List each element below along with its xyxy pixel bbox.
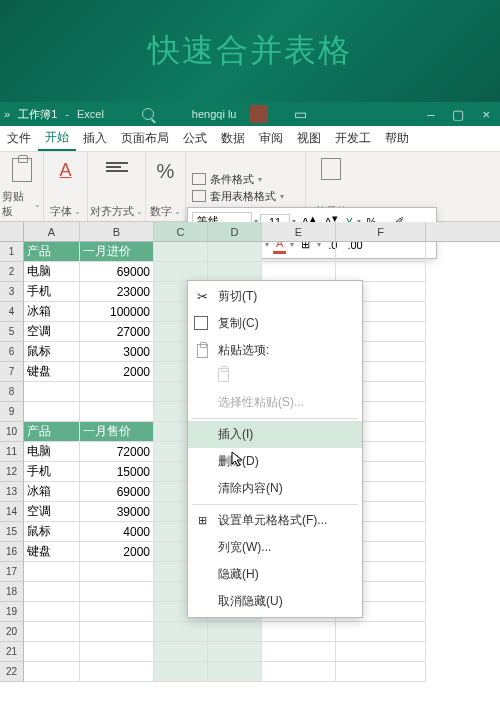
cell[interactable]: 15000 [80, 462, 154, 482]
menu-col-width[interactable]: 列宽(W)... [188, 534, 362, 561]
cell[interactable]: 空调 [24, 502, 80, 522]
cell[interactable]: 一月进价 [80, 242, 154, 262]
font-icon[interactable]: A [59, 160, 71, 181]
ribbon-options-icon[interactable]: ▭ [294, 106, 307, 122]
cell[interactable] [336, 242, 426, 262]
row-header[interactable]: 19 [0, 602, 24, 622]
cell[interactable]: 72000 [80, 442, 154, 462]
col-header-F[interactable]: F [336, 222, 426, 241]
row-header[interactable]: 3 [0, 282, 24, 302]
search-icon[interactable] [142, 108, 154, 120]
cell[interactable]: 手机 [24, 282, 80, 302]
cell[interactable] [336, 662, 426, 682]
menu-delete[interactable]: 删除(D) [188, 448, 362, 475]
row-header[interactable]: 14 [0, 502, 24, 522]
menu-unhide[interactable]: 取消隐藏(U) [188, 588, 362, 615]
avatar[interactable] [250, 105, 268, 123]
cell[interactable] [154, 242, 208, 262]
table-format-button[interactable]: 套用表格格式▾ [192, 188, 284, 205]
tab-dev[interactable]: 开发工 [328, 126, 378, 151]
cell[interactable] [208, 642, 262, 662]
menu-paste-options[interactable]: 粘贴选项: [188, 337, 362, 364]
row-header[interactable]: 2 [0, 262, 24, 282]
tab-review[interactable]: 审阅 [252, 126, 290, 151]
row-header[interactable]: 8 [0, 382, 24, 402]
cell[interactable] [24, 562, 80, 582]
cell[interactable] [24, 622, 80, 642]
row-header[interactable]: 17 [0, 562, 24, 582]
row-header[interactable]: 20 [0, 622, 24, 642]
row-header[interactable]: 11 [0, 442, 24, 462]
align-icon[interactable] [106, 162, 128, 180]
tab-view[interactable]: 视图 [290, 126, 328, 151]
cell[interactable]: 一月售价 [80, 422, 154, 442]
cell[interactable] [208, 662, 262, 682]
cell[interactable] [208, 242, 262, 262]
user-name[interactable]: hengqi lu [192, 108, 237, 120]
cell[interactable] [336, 622, 426, 642]
tab-data[interactable]: 数据 [214, 126, 252, 151]
cell[interactable] [262, 662, 336, 682]
cell[interactable]: 电脑 [24, 442, 80, 462]
cell[interactable]: 产品 [24, 242, 80, 262]
row-header[interactable]: 4 [0, 302, 24, 322]
tab-home[interactable]: 开始 [38, 126, 76, 151]
cell[interactable]: 23000 [80, 282, 154, 302]
row-header[interactable]: 21 [0, 642, 24, 662]
cell[interactable] [80, 402, 154, 422]
close-button[interactable]: × [482, 107, 490, 122]
cells-icon[interactable] [321, 158, 341, 180]
cell[interactable] [262, 642, 336, 662]
cell[interactable] [24, 642, 80, 662]
cell[interactable] [208, 262, 262, 282]
cell[interactable]: 产品 [24, 422, 80, 442]
tab-file[interactable]: 文件 [0, 126, 38, 151]
cell[interactable]: 鼠标 [24, 342, 80, 362]
expand-icon[interactable]: » [4, 108, 10, 120]
row-header[interactable]: 22 [0, 662, 24, 682]
paste-icon[interactable] [12, 158, 32, 182]
col-header-C[interactable]: C [154, 222, 208, 241]
col-header-E[interactable]: E [262, 222, 336, 241]
cell[interactable] [24, 662, 80, 682]
cell[interactable]: 冰箱 [24, 482, 80, 502]
row-header[interactable]: 1 [0, 242, 24, 262]
cell[interactable] [262, 262, 336, 282]
tab-layout[interactable]: 页面布局 [114, 126, 176, 151]
col-header-A[interactable]: A [24, 222, 80, 241]
menu-clear[interactable]: 清除内容(N) [188, 475, 362, 502]
cell[interactable] [262, 622, 336, 642]
cell[interactable] [154, 622, 208, 642]
row-header[interactable]: 18 [0, 582, 24, 602]
cell[interactable] [24, 382, 80, 402]
col-header-D[interactable]: D [208, 222, 262, 241]
row-header[interactable]: 9 [0, 402, 24, 422]
cell[interactable]: 69000 [80, 482, 154, 502]
tab-insert[interactable]: 插入 [76, 126, 114, 151]
cell[interactable]: 键盘 [24, 362, 80, 382]
row-header[interactable]: 10 [0, 422, 24, 442]
minimize-button[interactable]: – [427, 107, 434, 122]
row-header[interactable]: 15 [0, 522, 24, 542]
menu-insert[interactable]: 插入(I) [188, 421, 362, 448]
cell[interactable]: 39000 [80, 502, 154, 522]
menu-cut[interactable]: ✂剪切(T) [188, 283, 362, 310]
cell[interactable]: 2000 [80, 362, 154, 382]
cell[interactable]: 2000 [80, 542, 154, 562]
tab-formula[interactable]: 公式 [176, 126, 214, 151]
menu-hide[interactable]: 隐藏(H) [188, 561, 362, 588]
cell[interactable]: 4000 [80, 522, 154, 542]
row-header[interactable]: 7 [0, 362, 24, 382]
cell[interactable]: 3000 [80, 342, 154, 362]
cell[interactable]: 69000 [80, 262, 154, 282]
cell[interactable]: 电脑 [24, 262, 80, 282]
percent-icon[interactable]: % [157, 160, 175, 183]
cell[interactable] [154, 262, 208, 282]
cell[interactable]: 空调 [24, 322, 80, 342]
cell[interactable] [80, 382, 154, 402]
row-header[interactable]: 13 [0, 482, 24, 502]
select-all-corner[interactable] [0, 222, 24, 241]
cell[interactable]: 冰箱 [24, 302, 80, 322]
row-header[interactable]: 16 [0, 542, 24, 562]
paste-option-icon[interactable] [218, 368, 229, 382]
